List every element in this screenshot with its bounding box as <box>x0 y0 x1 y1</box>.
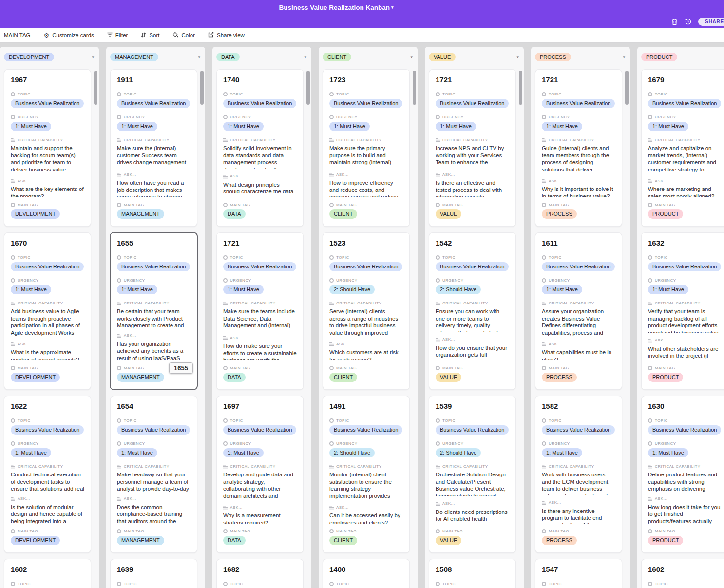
record-icon <box>436 203 440 207</box>
column-header[interactable]: PROCESS▾ <box>531 47 630 65</box>
kanban-card[interactable]: 1582TOPICBusiness Value RealizationURGEN… <box>535 396 622 553</box>
card-id: 1721 <box>542 76 615 84</box>
ask-label-text: ASK... <box>336 506 349 510</box>
column-scrollbar[interactable] <box>94 71 97 105</box>
urgency-label: URGENCY <box>117 115 191 119</box>
ask-label: ASK... <box>329 172 403 177</box>
main-tag: DEVELOPMENT <box>11 373 60 382</box>
kanban-card[interactable]: 1721TOPICBusiness Value RealizationURGEN… <box>216 232 304 390</box>
kanban-card[interactable]: 1911TOPICBusiness Value RealizationURGEN… <box>110 69 197 227</box>
topic-label: TOPIC <box>117 582 191 586</box>
kanban-card[interactable]: 1539TOPICBusiness Value RealizationURGEN… <box>429 396 516 553</box>
column-name-tag: PROCESS <box>535 53 571 61</box>
trash-icon[interactable] <box>671 18 679 26</box>
urgency-label-text: URGENCY <box>655 279 676 283</box>
chevron-down-icon[interactable]: ▾ <box>516 55 519 59</box>
kanban-card[interactable]: 1721TOPICBusiness Value RealizationURGEN… <box>535 69 622 227</box>
column-scrollbar[interactable] <box>625 71 629 105</box>
card-id: 1630 <box>648 402 722 410</box>
record-icon <box>11 366 15 370</box>
column-header[interactable]: DEVELOPMENT▾ <box>0 47 99 65</box>
urgency-tag: 1: Must Have <box>223 285 264 294</box>
kanban-card[interactable]: 1654TOPICBusiness Value RealizationURGEN… <box>110 396 197 553</box>
kanban-card[interactable]: 1639TOPICBusiness Value Realization <box>110 559 197 588</box>
sort-button[interactable]: Sort <box>141 32 159 38</box>
kanban-card[interactable]: 1723TOPICBusiness Value RealizationURGEN… <box>323 69 410 227</box>
record-icon <box>223 92 228 96</box>
topic-label-text: TOPIC <box>655 93 668 96</box>
ask-label-text: ASK... <box>18 179 30 183</box>
capability-label: CRITICAL CAPABILITY <box>648 138 722 142</box>
ask-label: ASK... <box>223 505 297 510</box>
capability-label-text: CRITICAL CAPABILITY <box>336 465 382 469</box>
kanban-card[interactable]: 1655TOPICBusiness Value RealizationURGEN… <box>110 232 197 390</box>
list-icon <box>223 174 228 179</box>
app-header: Business Value Realization Kanban▾ SHARE <box>0 0 724 28</box>
column-cards: 1967TOPICBusiness Value RealizationURGEN… <box>0 65 99 588</box>
kanban-card[interactable]: 1523TOPICBusiness Value RealizationURGEN… <box>323 232 410 390</box>
main-tag-label-text: MAIN TAG <box>336 366 357 370</box>
urgency-label: URGENCY <box>436 115 509 119</box>
chevron-down-icon[interactable]: ▾ <box>198 55 200 59</box>
kanban-card[interactable]: 1602TOPICBusiness Value Realization <box>641 559 724 588</box>
main-tag: PRODUCT <box>648 209 683 219</box>
column-header[interactable]: CLIENT▾ <box>319 47 418 65</box>
column-scrollbar[interactable] <box>519 71 522 105</box>
kanban-card[interactable]: 1542TOPICBusiness Value RealizationURGEN… <box>429 232 516 390</box>
kanban-card[interactable]: 1491TOPICBusiness Value RealizationURGEN… <box>323 396 410 553</box>
main-tag: DEVELOPMENT <box>11 536 60 545</box>
main-tag-button[interactable]: MAIN TAG <box>4 32 31 38</box>
kanban-card[interactable]: 1670TOPICBusiness Value RealizationURGEN… <box>4 232 91 390</box>
record-icon <box>11 115 15 119</box>
kanban-card[interactable]: 1632TOPICBusiness Value RealizationURGEN… <box>641 232 724 390</box>
kanban-card[interactable]: 1697TOPICBusiness Value RealizationURGEN… <box>216 396 304 553</box>
kanban-card[interactable]: 1967TOPICBusiness Value RealizationURGEN… <box>4 69 91 227</box>
kanban-card[interactable]: 1508TOPICBusiness Value Realization <box>429 559 516 588</box>
urgency-label: URGENCY <box>11 115 84 119</box>
column-scrollbar[interactable] <box>306 71 310 105</box>
sort-label: Sort <box>149 32 159 38</box>
record-icon <box>648 366 652 370</box>
list-icon <box>436 338 440 342</box>
page-title[interactable]: Business Value Realization Kanban▾ <box>0 4 672 11</box>
list-icon <box>11 464 15 469</box>
column-scrollbar[interactable] <box>200 71 204 105</box>
main-tag: VALUE <box>436 373 461 382</box>
column-header[interactable]: MANAGEMENT▾ <box>106 47 205 65</box>
share-button[interactable]: SHARE <box>698 18 724 26</box>
kanban-card[interactable]: 1400TOPICBusiness Value Realization <box>323 559 410 588</box>
column-header[interactable]: PRODUCT▾ <box>637 47 724 65</box>
ask-text: Is the solution of modular design and he… <box>11 504 84 524</box>
customize-cards-button[interactable]: ⚙ Customize cards <box>44 32 94 38</box>
capability-label: CRITICAL CAPABILITY <box>329 138 403 142</box>
column-header[interactable]: DATA▾ <box>212 47 311 65</box>
column-header[interactable]: VALUE▾ <box>425 47 524 65</box>
chevron-down-icon[interactable]: ▾ <box>304 55 306 59</box>
column-scrollbar[interactable] <box>413 71 416 105</box>
chevron-down-icon[interactable]: ▾ <box>92 55 94 59</box>
color-button[interactable]: Color <box>172 32 194 38</box>
history-icon[interactable] <box>685 18 692 26</box>
record-icon <box>329 366 334 370</box>
ask-text: What capabilities must be in place? <box>542 349 615 360</box>
chevron-down-icon[interactable]: ▾ <box>410 55 413 59</box>
kanban-card[interactable]: 1721TOPICBusiness Value RealizationURGEN… <box>429 69 516 227</box>
capability-label-text: CRITICAL CAPABILITY <box>442 138 488 142</box>
kanban-card[interactable]: 1682TOPICBusiness Value Realization <box>216 559 304 588</box>
main-tag: DATA <box>223 536 246 545</box>
chevron-down-icon[interactable]: ▾ <box>623 55 625 59</box>
kanban-card[interactable]: 1611TOPICBusiness Value RealizationURGEN… <box>535 232 622 390</box>
kanban-card[interactable]: 1740TOPICBusiness Value RealizationURGEN… <box>216 69 304 227</box>
kanban-card[interactable]: 1602TOPICBusiness Value Realization <box>4 559 91 588</box>
ask-text: Do clients need prescriptions for AI ena… <box>436 509 509 524</box>
kanban-card[interactable]: 1679TOPICBusiness Value RealizationURGEN… <box>641 69 724 227</box>
record-icon <box>542 115 546 119</box>
record-icon <box>117 255 121 260</box>
share-view-icon <box>208 32 214 38</box>
kanban-card[interactable]: 1547TOPICBusiness Value Realization <box>535 559 622 588</box>
filter-button[interactable]: Filter <box>107 32 128 38</box>
ask-text: What design principles should characteri… <box>223 181 297 197</box>
share-view-button[interactable]: Share view <box>208 32 245 38</box>
kanban-card[interactable]: 1622TOPICBusiness Value RealizationURGEN… <box>4 396 91 553</box>
kanban-card[interactable]: 1630TOPICBusiness Value RealizationURGEN… <box>641 396 724 553</box>
